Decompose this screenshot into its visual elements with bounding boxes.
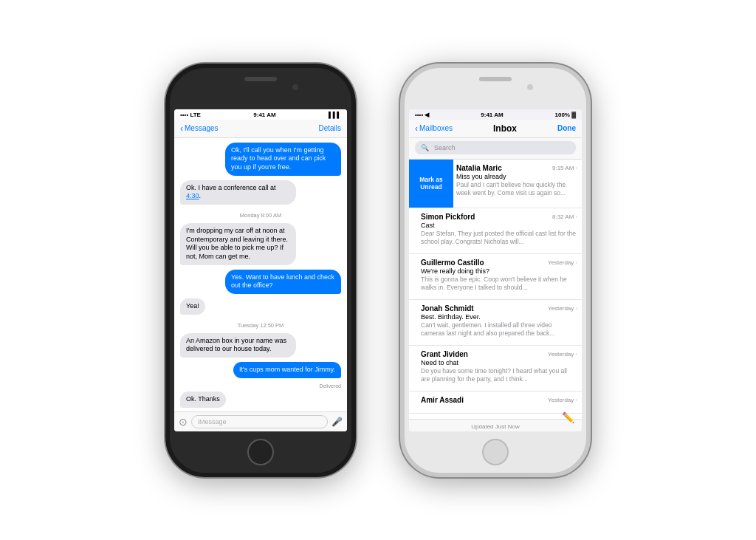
sender-name: Grant Jividen [421,350,468,358]
message-text: It's cups mom wanted for Jimmy. [239,366,335,373]
speaker [479,77,512,81]
chevron-icon: › [575,351,577,358]
right-phone: •••• ◀ 9:41 AM 100% ▓ Mailboxes Inbox Do… [400,64,591,477]
search-input[interactable]: 🔍 Search [415,141,576,154]
message-bubble: An Amazon box in your name was delivered… [180,333,296,358]
chevron-icon: › [575,213,577,220]
message-row: Yes. Want to have lunch and check out th… [180,270,341,294]
home-button[interactable] [247,439,274,465]
back-chevron-icon [180,123,183,134]
inbox-title: Inbox [493,123,517,134]
email-content: Grant Jividen Yesterday › Need to chat D… [418,346,582,391]
message-text: Yes. Want to have lunch and check out th… [231,273,334,290]
message-bubble: I'm dropping my car off at noon at Conte… [180,223,296,265]
message-input[interactable]: iMessage [191,415,328,428]
time-label: Monday 8:00 AM [180,212,341,219]
mail-footer: Updated Just Now 2 Unread ✏️ [409,419,582,431]
messages-screen: •••• LTE 9:41 AM ▌▌▌ Messages Details [174,109,347,431]
email-subject: Miss you already [456,173,577,180]
input-placeholder: iMessage [198,418,227,425]
email-preview: Do you have some time tonight? I heard w… [421,367,577,383]
mail-nav-bar: Mailboxes Inbox Done [409,120,582,138]
mail-screen: •••• ◀ 9:41 AM 100% ▓ Mailboxes Inbox Do… [409,109,582,431]
chevron-icon: › [575,165,577,171]
email-content: Jonah Schmidt Yesterday › Best. Birthday… [418,300,582,345]
camera [292,84,298,90]
message-text: Ok. Thanks [186,395,220,403]
time-text: 9:41 AM [253,112,275,118]
message-list: Ok, I'll call you when I'm getting ready… [174,138,347,411]
battery-text: ▌▌▌ [329,112,341,118]
email-item[interactable]: Simon Pickford 8:32 AM › Cast Dear Stefa… [409,208,582,254]
speaker [244,77,277,81]
message-row: Ok, I'll call you when I'm getting ready… [180,143,341,176]
message-text: An Amazon box in your name was delivered… [186,337,286,353]
email-item[interactable]: Grant Jividen Yesterday › Need to chat D… [409,346,582,392]
email-content: Natalia Maric 9:15 AM › Miss you already… [453,160,582,208]
back-label: Messages [185,124,219,132]
messages-nav-bar: Messages Details [174,120,347,138]
sender-name: Jonah Schmidt [421,304,474,312]
message-row: Ok. I have a conference call at 4:30. [180,180,341,205]
message-text: Yea! [186,302,199,310]
mark-unread-button[interactable]: Mark asUnread [409,160,453,208]
message-row: Ok. Thanks [180,392,341,408]
email-time: Yesterday › [548,351,577,358]
email-subject: Best. Birthday. Ever. [421,313,577,321]
scene: •••• LTE 9:41 AM ▌▌▌ Messages Details [0,0,756,540]
email-item[interactable]: Mark asUnread Natalia Maric 9:15 AM › Mi… [409,160,582,208]
email-content: Amir Assadi Yesterday › [418,392,582,413]
link-text[interactable]: 4:30 [186,192,199,199]
camera [527,84,533,90]
message-text: Ok, I'll call you when I'm getting ready… [231,146,326,171]
email-preview: Paul and I can't believe how quickly the… [456,181,577,197]
compose-button[interactable]: ✏️ [416,411,574,423]
message-input-bar: ⊙ iMessage 🎤 [174,411,347,431]
message-bubble: Ok. I have a conference call at 4:30. [180,180,296,205]
carrier-text: •••• ◀ [415,112,429,118]
message-row: It's cups mom wanted for Jimmy. [180,362,341,378]
chevron-icon: › [575,397,577,403]
email-subject: Need to chat [421,359,577,366]
mailboxes-label: Mailboxes [419,124,453,132]
email-header: Natalia Maric 9:15 AM › [456,164,577,172]
email-header: Amir Assadi Yesterday › [421,396,577,404]
mark-unread-label: Mark asUnread [419,176,443,191]
status-bar: •••• LTE 9:41 AM ▌▌▌ [174,109,347,120]
email-item[interactable]: Amir Assadi Yesterday › [409,392,582,414]
chevron-icon: › [575,305,577,312]
email-content: Guillermo Castillo Yesterday › We're rea… [418,254,582,299]
done-button[interactable]: Done [557,124,576,132]
back-button[interactable]: Messages [180,123,219,134]
email-time: Yesterday › [548,397,577,403]
battery-text: 100% ▓ [554,112,576,118]
time-text: 9:41 AM [481,112,503,118]
email-header: Guillermo Castillo Yesterday › [421,259,577,267]
email-time: Yesterday › [548,259,577,266]
email-item[interactable]: Guillermo Castillo Yesterday › We're rea… [409,254,582,300]
message-bubble: Ok, I'll call you when I'm getting ready… [225,143,341,176]
mailboxes-back-button[interactable]: Mailboxes [415,123,453,134]
email-list: Mark asUnread Natalia Maric 9:15 AM › Mi… [409,160,582,419]
email-header: Jonah Schmidt Yesterday › [421,304,577,312]
chevron-icon: › [575,259,577,266]
carrier-text: •••• LTE [180,112,201,118]
camera-icon[interactable]: ⊙ [179,416,188,428]
email-subject: We're really doing this? [421,267,577,275]
search-icon: 🔍 [421,144,429,151]
message-row: An Amazon box in your name was delivered… [180,333,341,358]
home-button[interactable] [482,439,509,465]
email-preview: This is gonna be epic. Coop won't believ… [421,276,577,292]
email-item[interactable]: Jonah Schmidt Yesterday › Best. Birthday… [409,300,582,346]
email-time: 8:32 AM › [552,213,577,220]
details-button[interactable]: Details [318,124,341,132]
search-bar: 🔍 Search [409,138,582,160]
status-bar: •••• ◀ 9:41 AM 100% ▓ [409,109,582,120]
mic-icon[interactable]: 🎤 [331,417,343,427]
email-header: Simon Pickford 8:32 AM › [421,213,577,221]
updated-text: Updated Just Now [416,423,574,430]
message-row: I'm dropping my car off at noon at Conte… [180,223,341,265]
time-label: Tuesday 12:50 PM [180,322,341,329]
email-preview: Dear Stefan, They just posted the offici… [421,230,577,246]
message-bubble: Yea! [180,298,205,315]
